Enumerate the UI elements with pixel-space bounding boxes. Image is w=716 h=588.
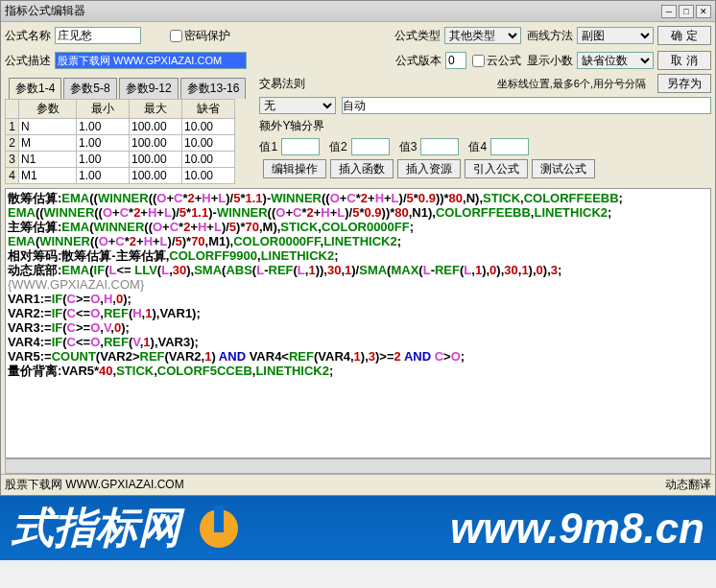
- param-name-input[interactable]: [21, 153, 74, 166]
- footer-right-text: www.9m8.cn: [450, 505, 704, 553]
- formula-name-input[interactable]: [55, 27, 141, 44]
- val3-label: 值3: [399, 139, 418, 155]
- coord-hint: 坐标线位置,最多6个,用分号分隔: [497, 77, 646, 91]
- table-row: 4: [6, 168, 235, 184]
- close-icon[interactable]: ✕: [696, 5, 711, 18]
- param-def-input[interactable]: [184, 136, 232, 150]
- coord-input[interactable]: [342, 97, 711, 114]
- test-formula-button[interactable]: 测试公式: [532, 159, 595, 178]
- decimals-label: 显示小数: [527, 53, 573, 69]
- import-formula-button[interactable]: 引入公式: [465, 159, 528, 178]
- param-min-input[interactable]: [79, 136, 127, 150]
- insert-res-button[interactable]: 插入资源: [397, 159, 461, 178]
- param-def-input[interactable]: [184, 169, 232, 182]
- param-name-input[interactable]: [21, 120, 74, 133]
- formula-version-label: 公式版本: [395, 53, 442, 69]
- param-tabs: 参数1-4 参数5-8 参数9-12 参数13-16: [5, 74, 251, 99]
- trade-rule-select[interactable]: 无: [259, 97, 336, 114]
- col-param: 参数: [19, 100, 77, 119]
- footer-logo-icon: [200, 509, 238, 548]
- cloud-formula-label: 云公式: [487, 53, 521, 69]
- val4-label: 值4: [468, 139, 487, 155]
- params-table: 参数 最小 最大 缺省 1234: [5, 99, 235, 184]
- formula-type-label: 公式类型: [394, 28, 441, 44]
- param-max-input[interactable]: [131, 169, 179, 182]
- table-row: 2: [6, 135, 235, 152]
- param-def-input[interactable]: [184, 153, 232, 166]
- ok-button[interactable]: 确 定: [657, 26, 711, 45]
- trade-rule-label: 交易法则: [259, 76, 305, 92]
- horizontal-scrollbar[interactable]: [5, 459, 711, 474]
- val2-label: 值2: [329, 139, 347, 155]
- status-left: 股票下载网 WWW.GPXIAZAI.COM: [5, 477, 184, 493]
- col-min: 最小: [77, 100, 130, 119]
- val3-input[interactable]: [420, 138, 459, 155]
- formula-desc-input[interactable]: 股票下载网 WWW.GPXIAZAI.COM: [55, 52, 247, 69]
- formula-desc-label: 公式描述: [5, 53, 51, 69]
- param-max-input[interactable]: [131, 120, 179, 133]
- param-name-input[interactable]: [21, 169, 74, 182]
- code-editor[interactable]: 散筹估算:EMA((WINNER((O+C*2+H+L)/5*1.1)-WINN…: [5, 188, 711, 459]
- param-name-input[interactable]: [21, 136, 74, 150]
- tab-params-9-12[interactable]: 参数9-12: [119, 78, 179, 99]
- tab-params-13-16[interactable]: 参数13-16: [180, 78, 247, 99]
- version-input[interactable]: [445, 52, 466, 69]
- maximize-icon[interactable]: □: [679, 5, 694, 18]
- col-def: 缺省: [182, 100, 235, 119]
- tab-params-1-4[interactable]: 参数1-4: [9, 78, 61, 99]
- minimize-icon[interactable]: ─: [661, 5, 677, 18]
- draw-method-label: 画线方法: [527, 28, 573, 44]
- password-protect-checkbox[interactable]: [170, 30, 182, 42]
- formula-type-select[interactable]: 其他类型: [444, 27, 521, 44]
- password-protect-label: 密码保护: [184, 28, 230, 44]
- col-max: 最大: [130, 100, 182, 119]
- auto-translate-label: 动态翻译: [665, 477, 711, 493]
- titlebar: 指标公式编辑器 ─ □ ✕: [1, 1, 715, 22]
- param-def-input[interactable]: [184, 120, 232, 133]
- edit-op-button[interactable]: 编辑操作: [263, 159, 326, 178]
- cloud-formula-checkbox[interactable]: [472, 55, 485, 67]
- val1-input[interactable]: [281, 138, 320, 155]
- param-min-input[interactable]: [79, 169, 127, 182]
- param-min-input[interactable]: [79, 153, 127, 166]
- footer-left-text: 式指标网: [12, 500, 180, 556]
- formula-name-label: 公式名称: [5, 28, 51, 44]
- table-row: 3: [6, 152, 235, 168]
- footer-banner: 式指标网 www.9m8.cn: [0, 496, 716, 560]
- val2-input[interactable]: [351, 138, 390, 155]
- param-max-input[interactable]: [131, 136, 179, 150]
- val1-label: 值1: [259, 139, 277, 155]
- val4-input[interactable]: [490, 138, 529, 155]
- extra-axis-label: 额外Y轴分界: [259, 118, 324, 134]
- param-min-input[interactable]: [79, 120, 127, 133]
- window-title: 指标公式编辑器: [5, 3, 85, 19]
- table-row: 1: [6, 119, 235, 135]
- decimals-select[interactable]: 缺省位数: [577, 52, 654, 69]
- cancel-button[interactable]: 取 消: [657, 51, 711, 70]
- draw-method-select[interactable]: 副图: [577, 27, 654, 44]
- param-max-input[interactable]: [131, 153, 179, 166]
- tab-params-5-8[interactable]: 参数5-8: [63, 78, 116, 99]
- save-as-button[interactable]: 另存为: [657, 74, 711, 93]
- insert-func-button[interactable]: 插入函数: [330, 159, 394, 178]
